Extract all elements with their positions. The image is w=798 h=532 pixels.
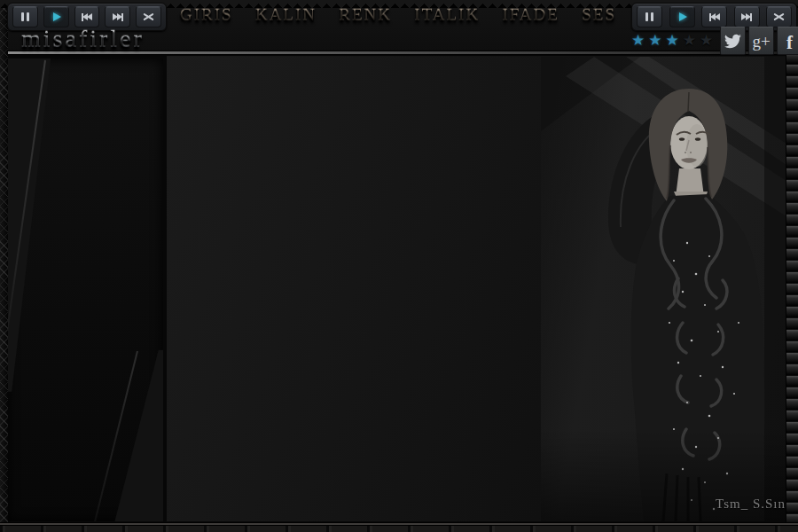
shuffle-icon bbox=[773, 12, 785, 23]
watermark-text: Tsm_ S.Sın bbox=[716, 497, 786, 512]
menu-item-giris[interactable]: GIRIS bbox=[180, 5, 233, 25]
segmented-border-bottom bbox=[0, 522, 798, 532]
next-icon bbox=[113, 13, 123, 21]
next-button[interactable] bbox=[734, 6, 760, 27]
star-icon[interactable]: ★ bbox=[648, 33, 661, 48]
menu-item-italik[interactable]: ITALIK bbox=[414, 5, 480, 25]
play-button[interactable] bbox=[669, 6, 695, 27]
shuffle-icon bbox=[143, 12, 154, 23]
pause-button[interactable] bbox=[637, 6, 662, 27]
model-photo bbox=[541, 57, 786, 521]
pause-icon bbox=[21, 12, 29, 21]
quilted-border-left bbox=[0, 8, 8, 532]
social-links: g+ f bbox=[720, 27, 798, 55]
star-icon[interactable]: ★ bbox=[700, 33, 713, 48]
previous-icon bbox=[82, 13, 92, 21]
google-plus-icon: g+ bbox=[752, 33, 770, 50]
site-logo: misafirler bbox=[21, 25, 145, 53]
pause-icon bbox=[645, 12, 653, 21]
main-menu: GIRIS KALIN RENK ITALIK IFADE SES bbox=[180, 4, 616, 27]
facebook-button[interactable]: f bbox=[777, 27, 798, 55]
facebook-icon: f bbox=[786, 34, 793, 52]
twitter-bird-icon bbox=[724, 33, 741, 50]
header: GIRIS KALIN RENK ITALIK IFADE SES misafi… bbox=[0, 0, 798, 52]
star-rating: ★ ★ ★ ★ ★ bbox=[631, 29, 720, 51]
beaded-border-right bbox=[786, 53, 798, 525]
play-icon bbox=[679, 12, 687, 21]
menu-item-renk[interactable]: RENK bbox=[339, 5, 392, 25]
menu-item-ifade[interactable]: IFADE bbox=[502, 5, 559, 25]
next-icon bbox=[741, 13, 752, 21]
chat-room-page: GIRIS KALIN RENK ITALIK IFADE SES misafi… bbox=[0, 0, 798, 532]
google-plus-button[interactable]: g+ bbox=[748, 27, 774, 55]
menu-item-ses[interactable]: SES bbox=[582, 5, 616, 25]
star-icon[interactable]: ★ bbox=[631, 33, 645, 48]
user-list-panel[interactable] bbox=[7, 59, 163, 521]
previous-button[interactable] bbox=[701, 6, 727, 27]
twitter-button[interactable] bbox=[720, 27, 746, 55]
shuffle-button[interactable] bbox=[766, 6, 792, 27]
star-icon[interactable]: ★ bbox=[683, 33, 696, 48]
star-icon[interactable]: ★ bbox=[666, 33, 679, 48]
previous-icon bbox=[709, 13, 720, 21]
menu-item-kalin[interactable]: KALIN bbox=[255, 5, 317, 25]
play-icon bbox=[53, 12, 61, 21]
